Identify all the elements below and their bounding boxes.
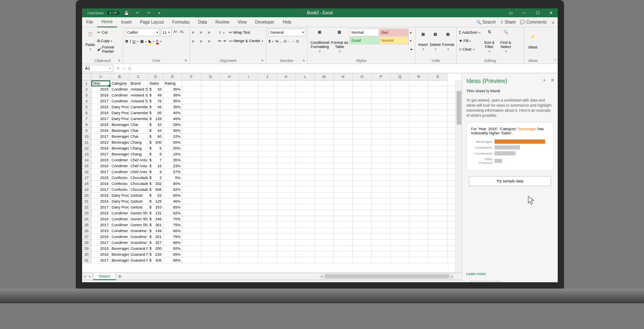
cell[interactable]	[334, 187, 353, 192]
cell[interactable]: Beverages	[110, 251, 129, 257]
cell[interactable]: Condimer	[110, 228, 129, 233]
cell[interactable]	[315, 240, 334, 245]
cell[interactable]	[315, 151, 334, 157]
cell[interactable]	[315, 210, 334, 216]
cell[interactable]	[296, 80, 315, 86]
cell[interactable]: 35%	[163, 98, 182, 104]
cell[interactable]	[353, 145, 372, 151]
cell[interactable]: Confectio	[110, 175, 129, 180]
cell[interactable]: $125	[148, 198, 163, 204]
cell[interactable]	[372, 251, 391, 257]
cell[interactable]	[334, 240, 353, 245]
cell[interactable]	[201, 228, 220, 233]
cell[interactable]: 27%	[163, 169, 182, 174]
cell[interactable]	[315, 163, 334, 169]
cell[interactable]	[296, 228, 315, 233]
cell[interactable]: 2015	[91, 228, 110, 233]
cell[interactable]	[201, 257, 220, 263]
cell[interactable]	[220, 86, 239, 92]
row-header[interactable]: 7	[82, 116, 91, 122]
cell[interactable]	[277, 80, 296, 86]
decrease-indent-button[interactable]: ⇤	[218, 37, 222, 45]
cell[interactable]	[353, 240, 372, 245]
delete-cells-button[interactable]: ▦Delete	[430, 29, 441, 55]
cell[interactable]	[334, 175, 353, 180]
cell[interactable]	[428, 228, 447, 233]
cell[interactable]	[296, 145, 315, 151]
row-header[interactable]: 26	[82, 228, 91, 234]
cell[interactable]	[315, 80, 334, 86]
style-scroll-up-icon[interactable]: ▴	[410, 29, 413, 36]
cell[interactable]	[277, 151, 296, 157]
cell[interactable]	[372, 110, 391, 115]
column-header[interactable]: L	[296, 73, 315, 80]
cell[interactable]	[410, 116, 428, 121]
cell[interactable]	[296, 122, 315, 127]
cell[interactable]	[220, 134, 239, 139]
cell[interactable]: Camembe	[129, 104, 148, 110]
cell[interactable]	[296, 240, 315, 245]
cell[interactable]	[239, 104, 258, 110]
cell[interactable]	[201, 181, 220, 186]
cell[interactable]	[334, 80, 353, 86]
cell[interactable]	[391, 92, 410, 98]
cell[interactable]	[315, 98, 334, 104]
cell[interactable]: 2017	[91, 240, 110, 245]
cell[interactable]	[410, 240, 428, 245]
row-header[interactable]: 19	[82, 187, 91, 193]
cell[interactable]	[239, 169, 258, 174]
cell[interactable]	[182, 181, 201, 186]
cell[interactable]: 28%	[163, 122, 182, 127]
column-header[interactable]: C	[129, 73, 148, 80]
cell[interactable]	[201, 116, 220, 121]
cell[interactable]	[258, 210, 277, 216]
tab-view[interactable]: View	[234, 17, 251, 27]
cell[interactable]: $6	[148, 145, 163, 151]
cell[interactable]	[391, 228, 410, 233]
tab-developer[interactable]: Developer	[251, 17, 279, 27]
cell[interactable]	[334, 234, 353, 239]
cell[interactable]	[239, 157, 258, 163]
cell[interactable]	[334, 204, 353, 210]
cell[interactable]	[296, 110, 315, 115]
cell[interactable]	[410, 193, 428, 198]
cell[interactable]: Condimer	[110, 163, 129, 169]
clear-button[interactable]: ◇Clear	[459, 45, 481, 53]
cell[interactable]	[258, 234, 277, 239]
cell[interactable]	[239, 251, 258, 257]
column-header[interactable]: Q	[391, 73, 410, 80]
cell[interactable]	[410, 80, 428, 86]
cell[interactable]	[296, 116, 315, 121]
cell[interactable]	[372, 128, 391, 133]
cell[interactable]	[220, 122, 239, 127]
cell[interactable]	[201, 216, 220, 222]
cell[interactable]	[258, 122, 277, 127]
cell[interactable]	[239, 234, 258, 239]
save-icon[interactable]: 💾	[123, 9, 130, 17]
cell[interactable]: Genen Sh	[129, 216, 148, 222]
cell[interactable]	[391, 157, 410, 163]
column-header[interactable]: N	[334, 73, 353, 80]
column-header[interactable]: K	[277, 73, 296, 80]
row-header[interactable]: 23	[82, 210, 91, 216]
cell[interactable]	[315, 110, 334, 115]
cell[interactable]: Beverages	[110, 139, 129, 145]
column-header[interactable]: H	[220, 73, 239, 80]
cell[interactable]	[353, 234, 372, 239]
cell[interactable]	[182, 240, 201, 245]
cell[interactable]	[258, 251, 277, 257]
cell[interactable]	[410, 204, 428, 210]
column-header[interactable]: R	[410, 73, 428, 80]
cell[interactable]	[239, 175, 258, 180]
paste-button[interactable]: 📋 Paste	[84, 29, 96, 55]
cell[interactable]: Camembe	[129, 116, 148, 121]
cell[interactable]	[277, 251, 296, 257]
tab-data[interactable]: Data	[194, 17, 211, 27]
cell[interactable]	[277, 169, 296, 174]
cell[interactable]	[296, 175, 315, 180]
cell[interactable]: Condimer	[110, 169, 129, 174]
cell[interactable]	[296, 210, 315, 216]
tell-me-search[interactable]: 🔍Search	[476, 20, 496, 24]
cell[interactable]	[296, 216, 315, 222]
zoom-percent[interactable]: 100%	[545, 282, 554, 282]
